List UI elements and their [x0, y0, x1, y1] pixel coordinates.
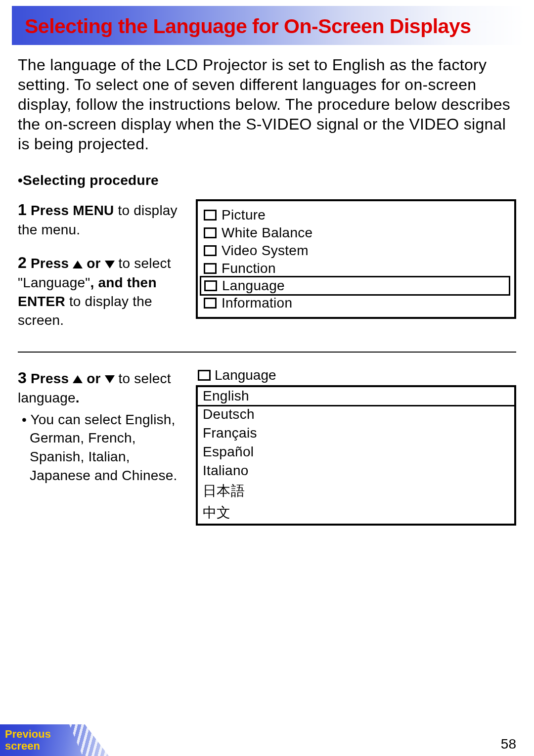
- step-2-or: or: [83, 256, 104, 271]
- step-2-number: 2: [18, 254, 27, 271]
- step-1-text: 1 Press MENU to display the menu. 2 Pres…: [18, 199, 181, 330]
- intro-paragraph: The language of the LCD Projector is set…: [0, 45, 534, 159]
- osd-menu-item: Language: [200, 276, 510, 296]
- osd-language-item: Deutsch: [198, 405, 514, 424]
- step-row-1: 1 Press MENU to display the menu. 2 Pres…: [18, 194, 516, 335]
- step-3-note: • You can select English, German, French…: [18, 410, 181, 485]
- osd-menu-item-label: Information: [222, 295, 292, 311]
- osd-menu-item: Picture: [204, 206, 506, 224]
- section-heading: •Selecting procedure: [0, 159, 534, 194]
- steps-container-2: 3 Press or to select language. • You can…: [0, 362, 534, 531]
- osd-main-menu: PictureWhite BalanceVideo SystemFunction…: [196, 199, 516, 319]
- step-3-text: 3 Press or to select language. • You can…: [18, 367, 181, 485]
- page-title: Selecting the Language for On-Screen Dis…: [25, 15, 471, 38]
- step-3-number: 3: [18, 369, 27, 387]
- square-icon: [204, 280, 217, 291]
- osd-language-item: 中文: [198, 502, 514, 524]
- down-arrow-icon-2: [105, 375, 115, 383]
- osd-menu-item-label: Function: [222, 261, 276, 276]
- osd-menu-item-label: Language: [222, 278, 285, 294]
- step-3-dot: .: [76, 390, 80, 405]
- osd-menu-item-label: White Balance: [222, 225, 312, 241]
- osd-language-panel: Language EnglishDeutschFrançaisEspañolIt…: [196, 367, 516, 526]
- osd-menu-item-label: Video System: [222, 243, 309, 259]
- osd-language-item: Español: [198, 443, 514, 461]
- down-arrow-icon: [105, 261, 115, 268]
- osd-menu-item: Function: [204, 260, 506, 277]
- osd-menu-item: Information: [204, 294, 506, 312]
- horizontal-divider: [18, 352, 516, 353]
- osd-language-list: EnglishDeutschFrançaisEspañolItaliano日本語…: [196, 385, 516, 526]
- osd-language-item: English: [196, 386, 516, 406]
- osd-menu-item: Video System: [204, 242, 506, 260]
- step-3-or: or: [83, 371, 104, 386]
- square-icon: [204, 245, 217, 256]
- steps-container: 1 Press MENU to display the menu. 2 Pres…: [0, 194, 534, 335]
- osd-menu-item-label: Picture: [222, 207, 266, 223]
- osd-language-item: 日本語: [198, 480, 514, 502]
- page-number: 58: [501, 736, 516, 756]
- square-icon: [204, 227, 217, 238]
- osd-language-item: Français: [198, 424, 514, 443]
- page-header: Selecting the Language for On-Screen Dis…: [12, 6, 527, 45]
- square-icon: [204, 210, 217, 221]
- osd-menu-item: White Balance: [204, 224, 506, 242]
- up-arrow-icon-2: [73, 375, 83, 383]
- osd-language-item: Italiano: [198, 461, 514, 480]
- step-1-number: 1: [18, 201, 27, 219]
- previous-screen-button[interactable]: Previousscreen: [0, 724, 51, 756]
- prev-button-label: Previousscreen: [0, 728, 51, 752]
- square-icon: [204, 263, 217, 274]
- up-arrow-icon: [73, 261, 83, 268]
- osd-language-header: Language: [196, 367, 516, 385]
- step-2-bold-a: Press: [31, 256, 73, 271]
- square-icon: [198, 370, 211, 381]
- step-1-bold: Press MENU: [31, 203, 114, 218]
- step-row-3: 3 Press or to select language. • You can…: [18, 362, 516, 531]
- page-footer: Previousscreen 58: [0, 724, 534, 756]
- square-icon: [204, 298, 217, 309]
- step-3-bold-a: Press: [31, 371, 73, 386]
- osd-language-header-label: Language: [215, 367, 276, 383]
